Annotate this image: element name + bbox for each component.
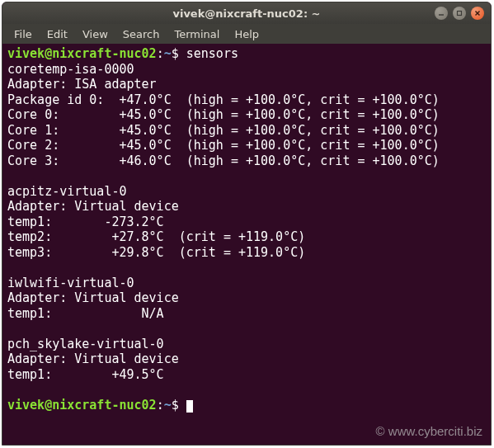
prompt-sep1: : xyxy=(157,398,164,413)
output-line: Core 3: +46.0°C (high = +100.0°C, crit =… xyxy=(7,153,440,168)
prompt-sep2: $ xyxy=(172,398,186,413)
output-line: Adapter: Virtual device xyxy=(7,199,179,214)
output-line: temp1: +49.5°C xyxy=(7,367,164,382)
menu-file[interactable]: File xyxy=(7,26,39,42)
menubar: File Edit View Search Terminal Help xyxy=(2,24,491,44)
close-button[interactable] xyxy=(471,7,484,20)
menu-view[interactable]: View xyxy=(76,26,115,42)
maximize-icon xyxy=(456,10,463,17)
terminal-body[interactable]: vivek@nixcraft-nuc02:~$ sensors coretemp… xyxy=(2,44,491,445)
output-line: Adapter: Virtual device xyxy=(7,290,179,305)
cursor xyxy=(186,400,193,413)
output-line: pch_skylake-virtual-0 xyxy=(7,337,164,351)
prompt-path: ~ xyxy=(164,46,172,61)
output-line: Package id 0: +47.0°C (high = +100.0°C, … xyxy=(7,92,440,107)
output-line: Adapter: Virtual device xyxy=(7,351,179,366)
close-icon xyxy=(474,10,481,17)
output-line: temp1: -273.2°C xyxy=(7,215,164,229)
minimize-icon xyxy=(438,10,445,17)
output-line: Core 0: +45.0°C (high = +100.0°C, crit =… xyxy=(7,107,440,122)
menu-terminal[interactable]: Terminal xyxy=(167,26,226,42)
command-text: sensors xyxy=(186,46,238,61)
watermark: © www.cyberciti.biz xyxy=(376,424,482,438)
menu-help[interactable]: Help xyxy=(228,26,266,42)
output-line: iwlwifi-virtual-0 xyxy=(7,276,134,290)
titlebar: vivek@nixcraft-nuc02: ~ xyxy=(2,2,491,24)
output-line: Adapter: ISA adapter xyxy=(7,77,157,92)
prompt-sep1: : xyxy=(157,46,164,61)
prompt-sep2: $ xyxy=(172,46,186,61)
output-line: Core 1: +45.0°C (high = +100.0°C, crit =… xyxy=(7,123,440,138)
output-line: coretemp-isa-0000 xyxy=(7,62,134,77)
svg-rect-1 xyxy=(458,12,462,16)
menu-search[interactable]: Search xyxy=(116,26,167,42)
output-line: temp3: +29.8°C (crit = +119.0°C) xyxy=(7,245,305,260)
output-line: temp2: +27.8°C (crit = +119.0°C) xyxy=(7,229,305,244)
prompt-userhost: vivek@nixcraft-nuc02 xyxy=(7,398,157,413)
output-line: acpitz-virtual-0 xyxy=(7,184,127,199)
prompt-path: ~ xyxy=(164,398,172,413)
window-title: vivek@nixcraft-nuc02: ~ xyxy=(9,7,484,20)
minimize-button[interactable] xyxy=(435,7,448,20)
window-controls xyxy=(435,7,484,20)
menu-edit[interactable]: Edit xyxy=(40,26,74,42)
prompt-userhost: vivek@nixcraft-nuc02 xyxy=(7,46,157,61)
output-line: temp1: N/A xyxy=(7,306,164,321)
terminal-window: vivek@nixcraft-nuc02: ~ File Edit View S… xyxy=(2,2,492,446)
output-line: Core 2: +45.0°C (high = +100.0°C, crit =… xyxy=(7,138,440,153)
maximize-button[interactable] xyxy=(453,7,466,20)
